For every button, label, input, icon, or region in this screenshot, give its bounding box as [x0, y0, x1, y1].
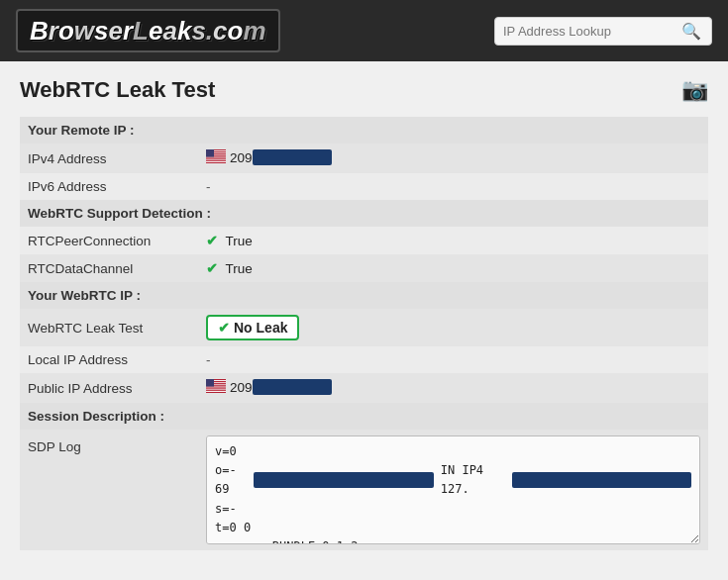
rtc-data-value: ✔ True [198, 254, 708, 282]
us-flag-icon-2 [206, 379, 226, 393]
camera-icon[interactable]: 📷 [681, 77, 708, 103]
webrtc-ip-section-label: Your WebRTC IP : [20, 282, 708, 309]
sdp-log[interactable]: v=0 o=- 69 IN IP4 127. s=- t=0 0 a=group… [206, 435, 700, 544]
section-remote-ip: Your Remote IP : [20, 117, 708, 144]
local-ip-value: - [198, 346, 708, 373]
svg-rect-21 [206, 388, 226, 389]
rtc-peer-label: RTCPeerConnection [20, 227, 198, 254]
ipv4-value: 209 [198, 144, 708, 173]
svg-rect-22 [206, 389, 226, 390]
svg-rect-23 [206, 390, 226, 391]
rtc-peer-value: ✔ True [198, 227, 708, 254]
site-logo[interactable]: BrowserLeaks.com [16, 9, 280, 52]
svg-rect-24 [206, 391, 226, 392]
leak-test-label: WebRTC Leak Test [20, 309, 198, 346]
svg-rect-9 [206, 159, 226, 160]
sdp-line-2: o=- 69 IN IP4 127. [215, 461, 691, 499]
svg-rect-20 [206, 387, 226, 388]
rtc-data-label: RTCDataChannel [20, 254, 198, 282]
table-row: SDP Log v=0 o=- 69 IN IP4 127. s=- t=0 0… [20, 430, 708, 550]
sdp-line-1: v=0 [215, 442, 691, 461]
page-title: WebRTC Leak Test [20, 77, 215, 103]
sdp-line2-prefix: o=- 69 [215, 461, 254, 499]
svg-rect-25 [206, 379, 214, 387]
ipv4-label: IPv4 Address [20, 144, 198, 173]
svg-rect-8 [206, 158, 226, 159]
sdp-line2-mid: IN IP4 127. [441, 461, 512, 499]
main-content: WebRTC Leak Test 📷 Your Remote IP : IPv4… [0, 61, 728, 580]
no-leak-text: No Leak [234, 320, 287, 336]
no-leak-check-icon: ✔ [218, 320, 230, 336]
public-ip-prefix: 209 [230, 380, 253, 395]
section-webrtc-support: WebRTC Support Detection : [20, 200, 708, 227]
remote-ip-section-label: Your Remote IP : [20, 117, 708, 144]
webrtc-support-section-label: WebRTC Support Detection : [20, 200, 708, 227]
search-input[interactable] [503, 24, 681, 39]
us-flag-icon [206, 149, 226, 163]
table-row: RTCPeerConnection ✔ True [20, 227, 708, 254]
public-ip-masked [253, 379, 332, 395]
svg-rect-7 [206, 157, 226, 158]
rtc-peer-true: True [226, 234, 253, 248]
ipv4-prefix: 209 [230, 150, 253, 165]
sdp-masked-1 [254, 472, 433, 488]
rtc-data-true: True [226, 261, 253, 276]
svg-rect-10 [206, 160, 226, 161]
local-ip-label: Local IP Address [20, 346, 198, 373]
table-row: WebRTC Leak Test ✔ No Leak [20, 309, 708, 346]
sdp-label: SDP Log [20, 430, 198, 550]
ipv4-ip-value: 209 [206, 149, 332, 165]
table-row: IPv4 Address [20, 144, 708, 173]
ipv6-label: IPv6 Address [20, 173, 198, 200]
public-ip-label: Public IP Address [20, 373, 198, 403]
header: BrowserLeaks.com 🔍 [0, 0, 728, 61]
ipv6-value: - [198, 173, 708, 200]
section-session: Session Description : [20, 403, 708, 430]
logo-text: BrowserLeaks.com [16, 9, 280, 52]
page-title-row: WebRTC Leak Test 📷 [20, 77, 708, 103]
sdp-line-5: a=group:BUNDLE 0 1 2 [215, 537, 691, 544]
table-row: IPv6 Address - [20, 173, 708, 200]
svg-rect-12 [206, 149, 214, 157]
table-row: Local IP Address - [20, 346, 708, 373]
sdp-line-3: s=- [215, 500, 691, 519]
svg-rect-11 [206, 161, 226, 162]
sdp-line-4: t=0 0 [215, 519, 691, 537]
no-leak-badge: ✔ No Leak [206, 315, 299, 340]
sdp-log-cell: v=0 o=- 69 IN IP4 127. s=- t=0 0 a=group… [198, 430, 708, 550]
search-icon: 🔍 [681, 22, 701, 41]
info-table: Your Remote IP : IPv4 Address [20, 117, 708, 550]
public-ip-container: 209 [206, 379, 332, 395]
ipv4-masked [253, 149, 332, 165]
leak-test-value: ✔ No Leak [198, 309, 708, 346]
session-section-label: Session Description : [20, 403, 708, 430]
search-bar[interactable]: 🔍 [494, 17, 712, 46]
table-row: Public IP Address [20, 373, 708, 403]
section-webrtc-ip: Your WebRTC IP : [20, 282, 708, 309]
sdp-masked-2 [512, 472, 691, 488]
public-ip-value: 209 [198, 373, 708, 403]
check-icon: ✔ [206, 234, 218, 248]
check-icon-2: ✔ [206, 261, 218, 276]
table-row: RTCDataChannel ✔ True [20, 254, 708, 282]
